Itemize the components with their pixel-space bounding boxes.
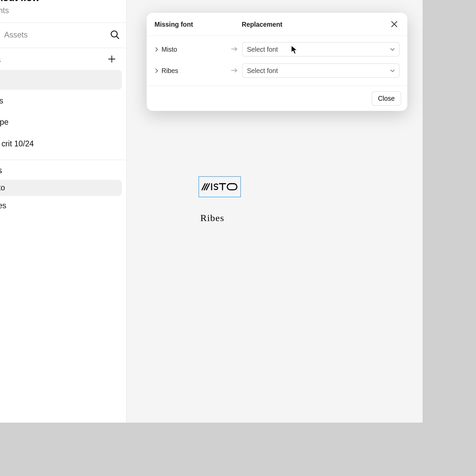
layer-item-ribes[interactable]: T Ribes xyxy=(0,198,122,214)
plus-icon xyxy=(107,54,116,64)
svg-line-2 xyxy=(117,36,119,38)
font-name-expand[interactable]: Ribes xyxy=(154,67,231,74)
sidebar-tabs: File Assets xyxy=(0,22,126,48)
page-item-cover[interactable]: Cover xyxy=(0,70,122,90)
chevron-down-icon xyxy=(390,67,395,74)
layer-label: Misto xyxy=(0,183,5,192)
dialog-col-replacement: Replacement xyxy=(242,21,389,28)
search-icon xyxy=(110,29,120,40)
layers-toggle[interactable]: Layers xyxy=(0,166,2,175)
font-name-label: Ribes xyxy=(162,67,178,74)
select-placeholder: Select font xyxy=(247,46,278,53)
font-name-label: Misto xyxy=(162,46,177,53)
dialog-close-button[interactable] xyxy=(389,19,400,29)
close-icon xyxy=(390,20,398,28)
layers-heading: Layers xyxy=(0,166,2,175)
replacement-select[interactable]: Select font xyxy=(242,42,399,56)
dialog-close-confirm[interactable]: Close xyxy=(372,91,401,106)
file-title-text: Checkout flow xyxy=(0,0,40,4)
project-name[interactable]: Payments xyxy=(0,6,117,16)
file-title-block: Checkout flow Payments xyxy=(0,0,126,22)
select-placeholder: Select font xyxy=(247,67,278,74)
layer-item-misto[interactable]: T Misto xyxy=(0,180,122,196)
page-item-design-crit[interactable]: Design crit 10/24 xyxy=(0,134,122,153)
replacement-select[interactable]: Select font xyxy=(242,64,399,78)
chevron-down-icon xyxy=(44,0,50,1)
pages-heading: Pages xyxy=(0,55,1,65)
chevron-down-icon xyxy=(390,46,395,53)
font-row: Ribes Select font xyxy=(154,60,400,81)
page-item-designs[interactable]: Designs xyxy=(0,91,122,111)
misto-glyphs xyxy=(201,183,238,191)
file-title[interactable]: Checkout flow xyxy=(0,0,117,4)
pages-toggle[interactable]: Pages xyxy=(0,55,1,65)
page-item-prototype[interactable]: Prototype xyxy=(0,113,122,132)
svg-rect-11 xyxy=(227,184,237,190)
canvas-text-ribes[interactable]: Ribes xyxy=(200,213,224,224)
chevron-right-icon xyxy=(154,47,159,51)
add-page-button[interactable] xyxy=(107,54,116,66)
arrow-right-icon xyxy=(231,67,238,74)
font-name-expand[interactable]: Misto xyxy=(154,46,231,53)
pages-section: Pages Cover Designs Prototype Design cri… xyxy=(0,48,126,160)
arrow-right-icon xyxy=(231,46,238,53)
font-row: Misto Select font xyxy=(154,39,400,60)
dialog-col-missing: Missing font xyxy=(154,21,242,28)
missing-fonts-dialog: Missing font Replacement Misto Select fo… xyxy=(147,13,407,111)
tab-assets[interactable]: Assets xyxy=(0,27,34,44)
layers-section: Layers T Misto T Ribes xyxy=(0,160,126,220)
chevron-right-icon xyxy=(154,68,159,73)
search-button[interactable] xyxy=(110,29,120,41)
layer-label: Ribes xyxy=(0,201,6,210)
left-sidebar: A? Checkout flow Payments File Assets xyxy=(0,0,127,423)
canvas-text-misto[interactable] xyxy=(198,176,241,197)
